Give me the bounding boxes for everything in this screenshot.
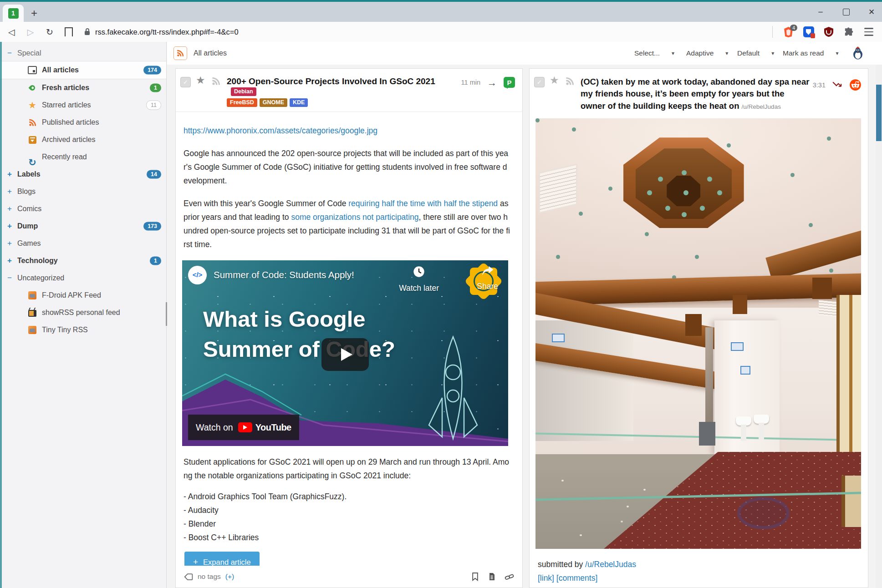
- watch-on-youtube-button[interactable]: Watch on YouTube: [188, 415, 299, 440]
- labels-count-badge: 14: [147, 170, 161, 179]
- paragraph: Student applications for GSoC 2021 will …: [184, 455, 511, 482]
- sidebar-category-games[interactable]: + Games: [0, 235, 166, 252]
- sidebar-item-all-articles[interactable]: All articles 174: [0, 61, 166, 79]
- expand-icon[interactable]: +: [6, 187, 13, 196]
- view-source-icon[interactable]: [488, 572, 495, 581]
- add-tag-link[interactable]: (+): [225, 573, 234, 581]
- article-checkbox[interactable]: ✓: [180, 77, 191, 87]
- list-item: - Android Graphics Tool Team (GraphicsFu…: [184, 490, 511, 503]
- url-field[interactable]: rss.fakecake.org/tt-rss/index.php#f=-4&c…: [85, 28, 772, 36]
- technology-count-badge: 1: [150, 257, 161, 265]
- star-icon: ★: [27, 100, 37, 110]
- scrollbar-thumb[interactable]: [876, 85, 882, 141]
- plus-icon: +: [193, 558, 198, 566]
- sidebar-item-fresh-articles[interactable]: Fresh articles 1: [0, 79, 166, 96]
- feed-title: All articles: [194, 49, 227, 57]
- sidebar-item-published-articles[interactable]: Published articles: [0, 114, 166, 131]
- mark-as-read-dropdown[interactable]: Mark as read ▾: [783, 42, 838, 65]
- label-freebsd[interactable]: FreeBSD: [227, 98, 257, 107]
- sidebar-category-dump[interactable]: + Dump 173: [0, 218, 166, 235]
- expand-icon[interactable]: +: [6, 170, 13, 179]
- video-title[interactable]: Summer of Code: Students Apply!: [214, 268, 354, 282]
- star-toggle-icon[interactable]: ★: [550, 75, 559, 86]
- play-button[interactable]: [321, 338, 369, 371]
- browser-tab[interactable]: 1: [3, 5, 24, 22]
- browser-window: 1 + – ✕ ◁ ▷ ↻ rss.fakecake.org/tt-rss/in…: [0, 0, 882, 588]
- close-button[interactable]: ✕: [865, 5, 878, 19]
- sidebar-feed-fdroid[interactable]: F-Droid APK Feed: [0, 287, 166, 304]
- sidebar-splitter-handle[interactable]: [166, 302, 167, 326]
- share-button[interactable]: Share: [477, 265, 498, 293]
- author-link[interactable]: /u/RebelJudas: [585, 560, 636, 569]
- tag-icon: [184, 573, 193, 581]
- sidebar-category-blogs[interactable]: + Blogs: [0, 183, 166, 200]
- article-checkbox[interactable]: ✓: [534, 77, 545, 87]
- expand-icon[interactable]: +: [6, 256, 13, 265]
- list-item: - Audacity: [184, 503, 511, 517]
- browser-menu-button[interactable]: [862, 26, 875, 38]
- copy-link-icon[interactable]: [505, 573, 514, 581]
- star-toggle-icon[interactable]: ★: [196, 75, 205, 86]
- collapse-icon[interactable]: −: [6, 49, 13, 58]
- list-item: - Boost C++ Libraries: [184, 531, 511, 544]
- article-card-gsoc: ✓ ★ 200+ Open-Source Projects Involved I…: [175, 68, 523, 588]
- expand-icon[interactable]: +: [6, 222, 13, 231]
- label-gnome[interactable]: GNOME: [260, 98, 287, 107]
- extensions-puzzle-icon[interactable]: [842, 26, 855, 38]
- sidebar-category-comics[interactable]: + Comics: [0, 200, 166, 218]
- label-kde[interactable]: KDE: [290, 98, 308, 107]
- vertical-scrollbar[interactable]: [876, 65, 882, 588]
- main-toolbar: All articles Select... ▾ Adaptive ▾ Defa…: [167, 42, 882, 65]
- order-dropdown[interactable]: Default ▾: [737, 42, 774, 65]
- sidebar-item-archived-articles[interactable]: Archived articles: [0, 131, 166, 148]
- sidebar-section-special[interactable]: − Special: [0, 46, 166, 61]
- select-dropdown[interactable]: Select... ▾: [634, 42, 674, 65]
- paragraph: Even with this year's Google Summer of C…: [184, 197, 511, 251]
- channel-logo[interactable]: </>: [188, 266, 207, 284]
- minimize-button[interactable]: –: [814, 5, 827, 19]
- bookmark-button[interactable]: [61, 24, 76, 40]
- sidebar-category-technology[interactable]: + Technology 1: [0, 252, 166, 269]
- share-arrow-icon: [481, 265, 495, 276]
- open-original-arrow-icon[interactable]: →: [487, 78, 497, 87]
- sidebar-item-starred-articles[interactable]: ★ Starred articles 11: [0, 96, 166, 114]
- sidebar-category-labels[interactable]: + Labels 14: [0, 166, 166, 183]
- forward-button[interactable]: ▷: [23, 24, 38, 40]
- list-item: - Ceph: [184, 544, 511, 548]
- dump-count-badge: 173: [143, 222, 161, 231]
- inline-link[interactable]: some organizations not participating: [291, 213, 418, 222]
- profile-avatar[interactable]: [851, 46, 865, 60]
- publish-rss-icon[interactable]: [212, 77, 220, 86]
- article-footer: no tags (+): [176, 566, 522, 588]
- bitwarden-icon[interactable]: [802, 26, 815, 38]
- new-tab-button[interactable]: +: [27, 6, 41, 20]
- no-tags-label: no tags: [198, 573, 221, 581]
- label-debian[interactable]: Debian: [231, 87, 256, 96]
- all-articles-icon: [27, 65, 37, 75]
- collapse-icon[interactable]: −: [6, 274, 13, 283]
- bookmark-article-icon[interactable]: [471, 572, 479, 581]
- publish-rss-icon[interactable]: [566, 77, 574, 86]
- view-mode-dropdown[interactable]: Adaptive ▾: [686, 42, 728, 65]
- maximize-button[interactable]: [839, 5, 853, 19]
- sidebar-item-recently-read[interactable]: ↺ Recently read: [0, 148, 166, 166]
- open-original-icon[interactable]: [832, 81, 843, 89]
- watch-later-button[interactable]: Watch later: [399, 265, 439, 295]
- expand-icon[interactable]: +: [6, 239, 13, 248]
- article-title[interactable]: 200+ Open-Source Projects Involved In GS…: [227, 76, 435, 86]
- inline-link[interactable]: requiring half the time with half the st…: [348, 199, 498, 208]
- sidebar-feed-showrss[interactable]: showRSS personal feed: [0, 304, 166, 321]
- phoronix-site-icon[interactable]: P: [504, 77, 515, 88]
- tab-bar: 1 + – ✕: [0, 2, 882, 22]
- brave-shield-icon[interactable]: 4: [782, 26, 795, 38]
- sidebar-feed-ttrss[interactable]: Tiny Tiny RSS: [0, 321, 166, 339]
- ublock-icon[interactable]: [822, 26, 835, 38]
- back-button[interactable]: ◁: [4, 24, 19, 40]
- link-comments-links[interactable]: [link] [comments]: [538, 573, 597, 583]
- sidebar-category-uncategorized[interactable]: − Uncategorized: [0, 269, 166, 287]
- youtube-embed[interactable]: </> Summer of Code: Students Apply! Watc…: [182, 260, 508, 446]
- reddit-site-icon[interactable]: [849, 79, 862, 91]
- reload-button[interactable]: ↻: [42, 24, 57, 40]
- expand-icon[interactable]: +: [6, 204, 13, 213]
- image-url-link[interactable]: https://www.phoronix.com/assets/categori…: [184, 124, 511, 137]
